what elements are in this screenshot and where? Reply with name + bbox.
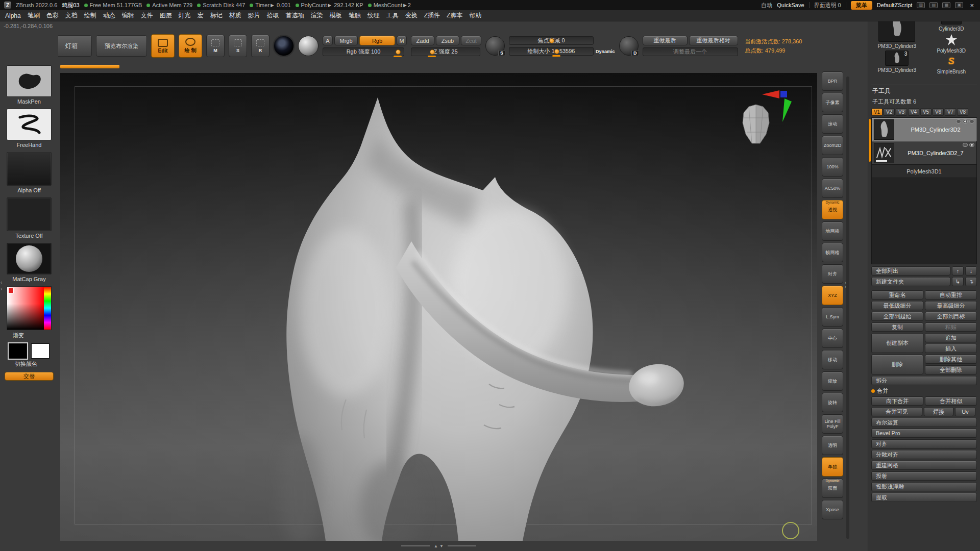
dynamic-label[interactable]: Dynamic: [596, 49, 615, 54]
extract-button[interactable]: 提取: [871, 493, 977, 502]
delete-button[interactable]: 删除: [871, 355, 923, 374]
subtool-row[interactable]: PolyMesh3D1: [872, 165, 976, 178]
weld-button[interactable]: 焊接: [924, 407, 953, 416]
current-stroke[interactable]: FreeHand: [7, 109, 52, 148]
menu-item-stroke[interactable]: 笔触: [349, 11, 361, 20]
solo-button[interactable]: 单独: [822, 457, 843, 477]
tray-resize-handle[interactable]: ‹ ›: [1, 280, 2, 292]
remesh-button[interactable]: 重建网格: [871, 461, 977, 470]
project-button[interactable]: 投射: [871, 471, 977, 481]
auto-button[interactable]: 自动: [761, 2, 772, 9]
frame-button[interactable]: 对齐: [822, 264, 843, 284]
menu-item-stencil[interactable]: 模板: [330, 11, 342, 20]
actual-size-button[interactable]: 100%: [822, 157, 843, 177]
subtool-scrollbar[interactable]: [869, 119, 871, 162]
tab-v4[interactable]: V4: [908, 108, 919, 116]
tab-v5[interactable]: V5: [920, 108, 932, 116]
viewport-canvas[interactable]: [60, 73, 817, 541]
center-button[interactable]: 中心: [822, 329, 843, 348]
tab-v6[interactable]: V6: [933, 108, 944, 116]
floor-grid-button[interactable]: 地网格: [822, 221, 843, 241]
menu-button[interactable]: 菜单: [851, 1, 872, 10]
hue-strip[interactable]: [44, 287, 51, 330]
xyz-button[interactable]: XYZ: [822, 286, 843, 305]
zadd-button[interactable]: Zadd: [411, 36, 434, 45]
delete-all-button[interactable]: 全部删除: [925, 365, 977, 374]
menu-item-transform[interactable]: 变换: [405, 11, 418, 20]
menu-item-help[interactable]: 帮助: [469, 11, 481, 20]
a-button[interactable]: A: [323, 36, 333, 45]
tab-v1[interactable]: V1: [871, 108, 883, 116]
menu-item-dynamic[interactable]: 动态: [103, 11, 115, 20]
default-zscript-button[interactable]: DefaultZScript: [877, 2, 913, 8]
move-button[interactable]: M: [206, 35, 225, 57]
m-button[interactable]: M: [397, 36, 407, 45]
z-intensity-slider[interactable]: Z 强度 25: [411, 47, 480, 56]
copy-button[interactable]: 复制: [871, 322, 923, 332]
scroll-button[interactable]: 滚动: [822, 114, 843, 134]
scroll-down-icon[interactable]: ▼: [439, 544, 444, 548]
project-relief-button[interactable]: 投影浅浮雕: [871, 482, 977, 491]
list-all-button[interactable]: 全部列出: [871, 266, 950, 276]
boolean-button[interactable]: 布尔运算: [871, 418, 977, 427]
menu-item-render[interactable]: 渲染: [311, 11, 323, 20]
current-material[interactable]: MatCap Gray: [7, 243, 52, 282]
rgb-intensity-slider[interactable]: Rgb 强度 100: [323, 47, 404, 56]
merge-similar-button[interactable]: 合并相似: [925, 396, 977, 406]
rgb-button[interactable]: Rgb: [359, 36, 395, 45]
move-up-button[interactable]: ↑: [952, 266, 964, 276]
alternate-button[interactable]: 交替: [5, 372, 54, 381]
secondary-color-swatch[interactable]: [31, 343, 50, 359]
render-toggle-icon[interactable]: [969, 119, 974, 123]
menu-item-alpha[interactable]: Alpha: [5, 12, 21, 19]
rotate-view-button[interactable]: 旋转: [822, 393, 843, 412]
paint-toggle-icon[interactable]: [956, 119, 961, 123]
menu-item-light[interactable]: 灯光: [179, 11, 191, 20]
canvas-scroll-controls[interactable]: ▲ ▼: [60, 542, 817, 550]
depth-curve-button[interactable]: D: [619, 36, 639, 56]
quicksave-button[interactable]: QuickSave: [777, 2, 804, 8]
mrgb-button[interactable]: Mrgb: [334, 36, 358, 45]
preview-boolean-button[interactable]: 预览布尔渲染: [96, 35, 147, 57]
scatter-align-button[interactable]: 分散对齐: [871, 450, 977, 459]
zcut-button[interactable]: Zcut: [461, 36, 481, 45]
double-sided-button[interactable]: Dynamic 双面: [822, 479, 843, 498]
eye-icon[interactable]: [963, 119, 968, 123]
merge-visible-button[interactable]: 合并可见: [871, 407, 922, 416]
menu-item-texture[interactable]: 纹理: [368, 11, 380, 20]
color-picker[interactable]: 渐变: [7, 286, 52, 339]
split-button[interactable]: 拆分: [871, 376, 977, 385]
bpr-button[interactable]: BPR: [822, 71, 843, 91]
frame-grid-button[interactable]: 帧网格: [822, 243, 843, 262]
scale-button[interactable]: S: [229, 35, 247, 57]
menu-item-layer[interactable]: 图层: [160, 11, 172, 20]
menu-item-preferences[interactable]: 首选项: [286, 11, 304, 20]
draw-size-slider[interactable]: 绘制大小 10.53596: [509, 47, 594, 56]
tool-item-cylinder3d2-b[interactable]: 3: [885, 51, 909, 66]
edit-button[interactable]: Edit: [151, 34, 175, 58]
menu-item-picker[interactable]: 拾取: [267, 11, 279, 20]
tool-item-polymesh3d[interactable]: [943, 33, 960, 46]
menu-item-movie[interactable]: 影片: [248, 11, 260, 20]
subtool-row-selected[interactable]: PM3D_Cylinder3D2: [872, 118, 976, 141]
menu-item-color[interactable]: 色彩: [46, 11, 59, 20]
camera-orientation-head[interactable]: [740, 103, 772, 147]
append-button[interactable]: 追加: [925, 333, 977, 342]
zoom2d-button[interactable]: Zoom2D: [822, 136, 843, 155]
menu-item-edit[interactable]: 编辑: [122, 11, 134, 20]
subtool-section-title[interactable]: 子工具: [871, 85, 977, 97]
menu-item-document[interactable]: 文档: [65, 11, 78, 20]
tab-v8[interactable]: V8: [957, 108, 968, 116]
subtool-visible-count[interactable]: 子工具可见数量 6: [871, 97, 977, 107]
tool-item-simplebrush[interactable]: S: [943, 55, 960, 67]
focal-shift-slider[interactable]: 焦点衰减 0: [509, 36, 594, 45]
layout-icon[interactable]: ▤: [929, 2, 938, 8]
polyframe-button[interactable]: Line Fill PolyF: [822, 414, 843, 434]
current-texture[interactable]: Texture Off: [7, 197, 52, 239]
eye-icon[interactable]: [969, 143, 974, 147]
tab-v3[interactable]: V3: [896, 108, 907, 116]
highest-subdiv-button[interactable]: 最高级细分: [925, 301, 977, 310]
align-button[interactable]: 对齐: [871, 439, 977, 448]
menu-item-zplugin[interactable]: Z插件: [424, 11, 440, 20]
menu-item-macro[interactable]: 宏: [198, 11, 204, 20]
